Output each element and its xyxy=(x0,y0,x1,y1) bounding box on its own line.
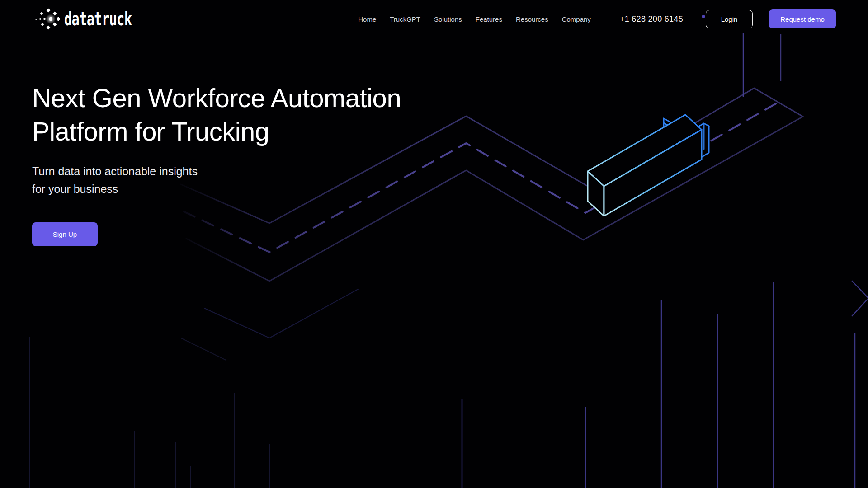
skyline-lines xyxy=(462,281,868,488)
nav-item-home[interactable]: Home xyxy=(358,15,376,23)
page-title: Next Gen Workforce Automation Platform f… xyxy=(32,81,401,148)
hero-subtitle-line2: for your business xyxy=(32,180,401,198)
truck-trailer xyxy=(588,115,702,216)
nav-item-truckgpt[interactable]: TruckGPT xyxy=(390,15,420,23)
logo[interactable]: datatruck xyxy=(35,8,160,30)
main-nav: Home TruckGPT Solutions Features Resourc… xyxy=(358,15,591,23)
hero-subtitle-line1: Turn data into actionable insights xyxy=(32,163,401,180)
hero-subtitle: Turn data into actionable insights for y… xyxy=(32,163,401,198)
header: datatruck Home TruckGPT Solutions Featur… xyxy=(0,0,868,38)
nav-item-company[interactable]: Company xyxy=(562,15,591,23)
login-button[interactable]: Login xyxy=(706,10,753,28)
hero-section: Next Gen Workforce Automation Platform f… xyxy=(32,81,401,246)
logo-wordmark: datatruck xyxy=(64,8,132,30)
phone-number[interactable]: +1 628 200 6145 xyxy=(620,14,683,24)
datatruck-logo-icon xyxy=(35,8,61,30)
page-title-line2: Platform for Trucking xyxy=(32,115,401,148)
nav-item-features[interactable]: Features xyxy=(476,15,502,23)
header-hang-lines xyxy=(743,33,781,97)
nav-item-resources[interactable]: Resources xyxy=(516,15,548,23)
skyline-lines-faint xyxy=(29,337,269,488)
sign-up-button[interactable]: Sign Up xyxy=(32,222,98,246)
page-title-line1: Next Gen Workforce Automation xyxy=(32,81,401,115)
nav-item-solutions[interactable]: Solutions xyxy=(434,15,462,23)
request-demo-button[interactable]: Request demo xyxy=(769,9,836,28)
truck-illustration xyxy=(588,115,709,216)
